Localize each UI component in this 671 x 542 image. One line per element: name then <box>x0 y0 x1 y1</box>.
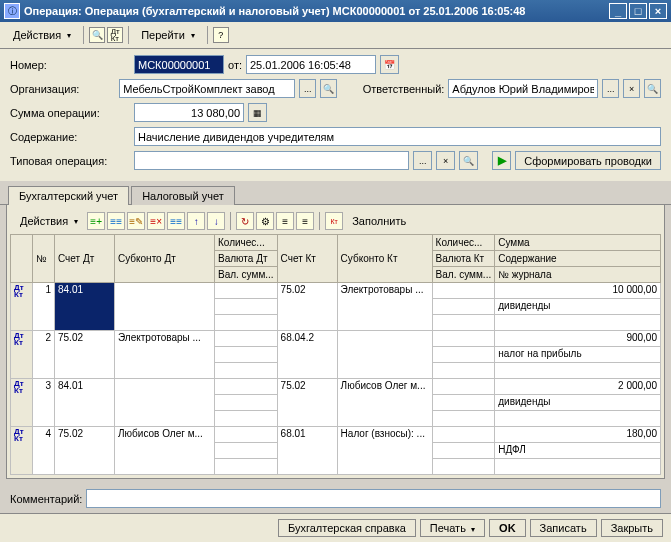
fill-button[interactable]: Заполнить <box>345 211 413 231</box>
app-icon: ⓘ <box>4 3 20 19</box>
ok-button[interactable]: OK <box>489 519 526 537</box>
num-label: Номер: <box>10 59 130 71</box>
resp-label: Ответственный: <box>363 83 445 95</box>
col-kol-kt[interactable]: Количес... <box>432 235 495 251</box>
grid-toolbar: Действия ≡+ ≡≡ ≡✎ ≡× ≡≡ ↑ ↓ ↻ ⚙ ≡ ≡ Кт З… <box>10 208 661 234</box>
rows-icon[interactable]: ≡≡ <box>167 212 185 230</box>
comment-row: Комментарий: <box>0 485 671 512</box>
separator <box>128 26 129 44</box>
bottom-bar: Бухгалтерская справка Печать OK Записать… <box>0 513 671 542</box>
table-row[interactable]: ДтКт275.02Электротовары ...68.04.2900,00 <box>11 331 661 347</box>
close-form-button[interactable]: Закрыть <box>601 519 663 537</box>
delete-row-icon[interactable]: ≡× <box>147 212 165 230</box>
tab-accounting[interactable]: Бухгалтерский учет <box>8 186 129 205</box>
main-toolbar: Действия 🔍 ДтКт Перейти ? <box>0 22 671 49</box>
typop-clear-icon[interactable]: × <box>436 151 455 170</box>
comment-label: Комментарий: <box>10 493 82 505</box>
dtkt-icon: ДтКт <box>14 428 29 442</box>
comment-field[interactable] <box>86 489 661 508</box>
col-sub-kt[interactable]: Субконто Кт <box>337 235 432 283</box>
print-button[interactable]: Печать <box>420 519 485 537</box>
org-label: Организация: <box>10 83 115 95</box>
tabs: Бухгалтерский учет Налоговый учет <box>0 185 671 205</box>
dtkt-icon: ДтКт <box>14 332 29 346</box>
resp-clear-icon[interactable]: × <box>623 79 640 98</box>
filter2-icon[interactable]: ≡ <box>296 212 314 230</box>
maximize-button[interactable]: □ <box>629 3 647 19</box>
add-row-icon[interactable]: ≡+ <box>87 212 105 230</box>
close-button[interactable]: × <box>649 3 667 19</box>
col-sum[interactable]: Сумма <box>495 235 661 251</box>
refresh-icon[interactable]: ↻ <box>236 212 254 230</box>
grid-panel: Действия ≡+ ≡≡ ≡✎ ≡× ≡≡ ↑ ↓ ↻ ⚙ ≡ ≡ Кт З… <box>6 205 665 479</box>
dtkt-icon: ДтКт <box>14 284 29 298</box>
col-schet-dt[interactable]: Счет Дт <box>55 235 115 283</box>
col-n[interactable]: № <box>33 235 55 283</box>
move-down-icon[interactable]: ↓ <box>207 212 225 230</box>
entries-grid[interactable]: № Счет Дт Субконто Дт Количес... Счет Кт… <box>10 234 661 475</box>
window-title: Операция: Операция (бухгалтерский и нало… <box>24 5 607 17</box>
actions-menu[interactable]: Действия <box>6 25 78 45</box>
table-row[interactable]: ДтКт184.0175.02Электротовары ...10 000,0… <box>11 283 661 299</box>
org-open-icon[interactable]: 🔍 <box>320 79 337 98</box>
resp-open-icon[interactable]: 🔍 <box>644 79 661 98</box>
date-label: от: <box>228 59 242 71</box>
separator <box>230 212 231 230</box>
typop-field[interactable] <box>134 151 409 170</box>
col-content[interactable]: Содержание <box>495 251 661 267</box>
sum-calc-icon[interactable]: ▦ <box>248 103 267 122</box>
tab-tax[interactable]: Налоговый учет <box>131 186 235 205</box>
help-icon[interactable]: ? <box>213 27 229 43</box>
copy-row-icon[interactable]: ≡≡ <box>107 212 125 230</box>
move-up-icon[interactable]: ↑ <box>187 212 205 230</box>
org-select-icon[interactable]: ... <box>299 79 316 98</box>
row-header-col <box>11 235 33 283</box>
col-journal[interactable]: № журнала <box>495 267 661 283</box>
typop-label: Типовая операция: <box>10 155 130 167</box>
date-field[interactable] <box>246 55 376 74</box>
table-row[interactable]: ДтКт475.02Любисов Олег м...68.01Налог (в… <box>11 427 661 443</box>
generate-button[interactable]: Сформировать проводки <box>515 151 661 170</box>
col-valsum-kt[interactable]: Вал. сумм... <box>432 267 495 283</box>
separator <box>83 26 84 44</box>
num-field[interactable] <box>134 55 224 74</box>
goto-menu[interactable]: Перейти <box>134 25 202 45</box>
resp-field[interactable] <box>448 79 598 98</box>
content-label: Содержание: <box>10 131 130 143</box>
settings-icon[interactable]: ⚙ <box>256 212 274 230</box>
calendar-icon[interactable]: 📅 <box>380 55 399 74</box>
filter1-icon[interactable]: ≡ <box>276 212 294 230</box>
col-valsum-dt[interactable]: Вал. сумм... <box>215 267 278 283</box>
separator <box>207 26 208 44</box>
col-val-kt[interactable]: Валюта Кт <box>432 251 495 267</box>
typop-open-icon[interactable]: 🔍 <box>459 151 478 170</box>
edit-row-icon[interactable]: ≡✎ <box>127 212 145 230</box>
grid-actions-menu[interactable]: Действия <box>13 211 85 231</box>
resp-select-icon[interactable]: ... <box>602 79 619 98</box>
minimize-button[interactable]: _ <box>609 3 627 19</box>
sum-field[interactable] <box>134 103 244 122</box>
spravka-button[interactable]: Бухгалтерская справка <box>278 519 416 537</box>
play-icon[interactable]: ▶ <box>492 151 511 170</box>
titlebar: ⓘ Операция: Операция (бухгалтерский и на… <box>0 0 671 22</box>
col-kol-dt[interactable]: Количес... <box>215 235 278 251</box>
dtkt-icon[interactable]: ДтКт <box>107 27 123 43</box>
typop-select-icon[interactable]: ... <box>413 151 432 170</box>
org-field[interactable] <box>119 79 295 98</box>
table-row[interactable]: ДтКт384.0175.02Любисов Олег м...2 000,00 <box>11 379 661 395</box>
sum-label: Сумма операции: <box>10 107 130 119</box>
separator <box>319 212 320 230</box>
fill-icon[interactable]: Кт <box>325 212 343 230</box>
content-field[interactable] <box>134 127 661 146</box>
dtkt-icon: ДтКт <box>14 380 29 394</box>
find-icon[interactable]: 🔍 <box>89 27 105 43</box>
col-sub-dt[interactable]: Субконто Дт <box>115 235 215 283</box>
form-area: Номер: от: 📅 Организация: ... 🔍 Ответств… <box>0 49 671 181</box>
col-schet-kt[interactable]: Счет Кт <box>277 235 337 283</box>
save-button[interactable]: Записать <box>530 519 597 537</box>
col-val-dt[interactable]: Валюта Дт <box>215 251 278 267</box>
